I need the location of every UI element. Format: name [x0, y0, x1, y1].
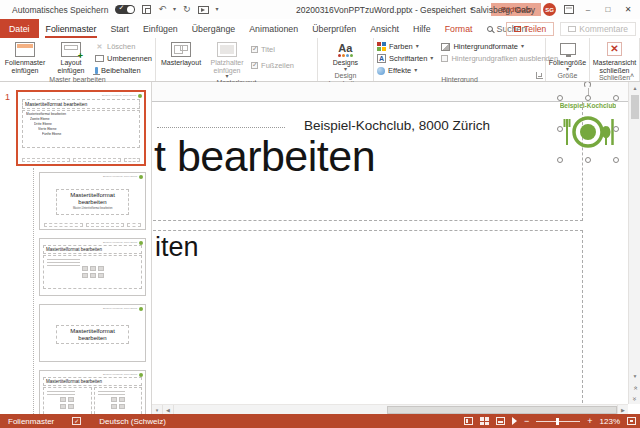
zoom-level[interactable]: 123%: [600, 417, 620, 426]
autosave-toggle[interactable]: ✓: [115, 5, 135, 14]
tab-einfuegen[interactable]: Einfügen: [136, 19, 185, 38]
theme-colors-icon: [338, 54, 353, 57]
scroll-left-button[interactable]: ◀: [163, 405, 174, 415]
selected-logo-image[interactable]: Beispiel-Kochclub: [560, 98, 616, 160]
title-placeholder-text[interactable]: t bearbeiten: [154, 132, 375, 181]
proofing-icon[interactable]: ✓: [72, 417, 81, 425]
redo-icon[interactable]: ↻: [183, 5, 191, 14]
scroll-right-button[interactable]: ▶: [617, 405, 628, 415]
zoom-slider-thumb[interactable]: [556, 418, 559, 425]
body-placeholder[interactable]: [152, 230, 583, 404]
minimize-button[interactable]: –: [582, 5, 594, 14]
scroll-down-button[interactable]: ▼: [629, 370, 640, 382]
slide-number: 1: [5, 92, 10, 102]
rename-button[interactable]: Umbenennen: [95, 53, 152, 64]
selection-handle[interactable]: [613, 157, 619, 163]
check-icon: ✓: [118, 4, 124, 12]
thumbnail-two-content-layout[interactable]: Beispiel-Kochclub, 8000 Zürich Mastertit…: [39, 370, 146, 414]
vertical-scrollbar[interactable]: ▲ ▼ » »: [628, 82, 640, 404]
fonts-button[interactable]: ASchriftarten▾: [377, 53, 433, 64]
selection-handle[interactable]: [585, 157, 591, 163]
thumbnail-slide-master[interactable]: Beispiel-Kochclub, 8000 Zürich Mastertit…: [16, 90, 146, 166]
filename: 20200316VonPPTzuWord.pptx - Gespeichert: [296, 5, 466, 15]
tab-start[interactable]: Start: [103, 19, 136, 38]
tab-ansicht[interactable]: Ansicht: [363, 19, 406, 38]
tab-animationen[interactable]: Animationen: [242, 19, 305, 38]
checkbox-icon: ✓: [251, 62, 258, 69]
maximize-button[interactable]: □: [602, 5, 614, 14]
thumbnail-content-layout[interactable]: Beispiel-Kochclub, 8000 Zürich Mastertit…: [39, 238, 146, 296]
selection-handle[interactable]: [585, 95, 591, 101]
hide-background-graphics-label: Hintergrundgrafiken ausblenden: [451, 54, 558, 63]
mini-body: Mastertextformat bearbeiten Zweite Ebene…: [22, 110, 140, 148]
customize-qat-icon[interactable]: ▾: [216, 7, 219, 12]
body-placeholder-text[interactable]: iten: [155, 232, 199, 263]
effects-label: Effekte: [388, 66, 411, 75]
effects-button[interactable]: Effekte▾: [377, 65, 433, 76]
delete-button: ✕Löschen: [95, 41, 152, 52]
undo-icon[interactable]: ↶: [158, 5, 166, 14]
horizontal-scrollbar-track[interactable]: [174, 405, 617, 415]
slide-size-button[interactable]: Foliengröße ▾: [549, 40, 586, 72]
tab-format[interactable]: Format: [438, 19, 480, 38]
split-menu-button[interactable]: ▾: [152, 405, 163, 415]
vertical-scrollbar-thumb[interactable]: [631, 95, 639, 119]
close-master-view-button[interactable]: ✕ Masteransicht schließen: [593, 40, 637, 74]
zoom-slider[interactable]: [536, 421, 580, 422]
selection-handle[interactable]: [613, 95, 619, 101]
tab-uebergaenge[interactable]: Übergänge: [185, 19, 243, 38]
avatar[interactable]: SG: [543, 3, 556, 16]
share-button[interactable]: Teilen: [506, 22, 554, 36]
group-groesse: Foliengröße ▾ Größe: [546, 38, 590, 81]
preserve-button[interactable]: Beibehalten: [95, 65, 152, 76]
colors-button[interactable]: Farben▾: [377, 41, 433, 52]
undo-caret-icon[interactable]: ▾: [173, 7, 176, 12]
svg-text:Beispiel-Kochclub: Beispiel-Kochclub: [560, 102, 616, 110]
close-button[interactable]: ✕: [622, 5, 634, 14]
selection-handle[interactable]: [557, 126, 563, 132]
title-bar: Automatisches Speichern ✓ ↶ ▾ ↻ ▾ 202003…: [0, 0, 640, 19]
group-master-bearbeiten: Folienmaster einfügen Layout einfügen ✕L…: [0, 38, 156, 81]
selection-handle[interactable]: [557, 95, 563, 101]
background-styles-button[interactable]: Hintergrundformate▾: [441, 41, 558, 52]
tab-ueberpruefen[interactable]: Überprüfen: [305, 19, 363, 38]
mini-footers: [22, 158, 140, 162]
footers-checkbox: ✓Fußzeilen: [251, 60, 294, 71]
horizontal-scrollbar-thumb[interactable]: [387, 406, 617, 414]
mini-logo-dot: [139, 307, 143, 311]
themes-button[interactable]: Aa Designs ▾: [323, 40, 367, 72]
tab-hilfe[interactable]: Hilfe: [406, 19, 438, 38]
normal-view-button[interactable]: [464, 417, 473, 425]
slideshow-button[interactable]: [512, 417, 517, 425]
next-slide-button[interactable]: »: [630, 393, 640, 405]
selection-handle[interactable]: [613, 126, 619, 132]
rename-icon: [95, 55, 104, 62]
language-status[interactable]: Deutsch (Schweiz): [99, 417, 166, 426]
collapse-ribbon-button[interactable]: ˄: [630, 72, 634, 79]
user-name[interactable]: Salvisberg, Gaby: [470, 5, 535, 15]
scroll-up-button[interactable]: ▲: [629, 82, 640, 94]
background-dialog-launcher[interactable]: [536, 72, 543, 79]
zoom-in-button[interactable]: +: [587, 417, 592, 425]
slide-sorter-button[interactable]: [480, 417, 489, 425]
slide-canvas[interactable]: Beispiel-Kochclub, 8000 Zürich t bearbei…: [152, 82, 628, 404]
save-icon[interactable]: [142, 5, 151, 14]
insert-layout-button[interactable]: Layout einfügen: [49, 40, 93, 74]
selection-handle[interactable]: [557, 157, 563, 163]
thumbnail-section-layout[interactable]: Beispiel-Kochclub, 8000 Zürich Mastertit…: [39, 304, 146, 362]
tab-datei[interactable]: Datei: [0, 19, 39, 38]
comments-button[interactable]: Kommentare: [560, 22, 636, 36]
reading-view-button[interactable]: [496, 417, 505, 425]
insert-slide-master-button[interactable]: Folienmaster einfügen: [3, 40, 47, 74]
zoom-out-button[interactable]: −: [524, 417, 529, 425]
thumbnail-title-layout[interactable]: Beispiel-Kochclub, 8000 Zürich Mastertit…: [39, 172, 146, 230]
start-slideshow-icon[interactable]: [198, 6, 209, 14]
group-design-bearbeiten: Aa Designs ▾ Design bearbeiten: [318, 38, 374, 81]
master-layout-button[interactable]: Masterlayout: [159, 40, 203, 67]
fit-slide-to-window-button[interactable]: [627, 417, 636, 425]
kochclub-logo: Beispiel-Kochclub: [560, 98, 616, 160]
tabs-right-actions: Teilen Kommentare: [506, 21, 636, 36]
ribbon-display-options-icon[interactable]: [564, 5, 574, 14]
tab-folienmaster[interactable]: Folienmaster: [39, 19, 104, 38]
horizontal-scrollbar[interactable]: ▾ ◀ ▶: [152, 404, 628, 414]
